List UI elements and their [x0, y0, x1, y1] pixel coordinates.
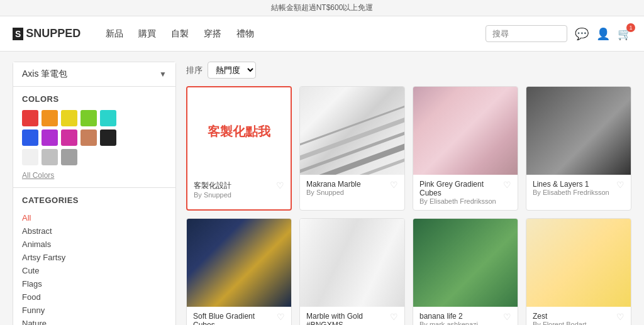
message-icon[interactable]: 💬 — [575, 27, 589, 41]
product-image-pink-cubes — [413, 87, 518, 175]
heart-icon[interactable]: ♡ — [616, 312, 625, 322]
categories-title: CATEGORIES — [22, 196, 167, 205]
product-content: 排序 熱門度 客製化點我 客製化設計 By Snupped ♡ Makrana … — [186, 62, 631, 325]
author-link[interactable]: Snupped — [316, 189, 344, 196]
product-text: Zest By Florent Bodart — [533, 312, 587, 325]
product-card-zest[interactable]: Zest By Florent Bodart ♡ — [526, 218, 631, 325]
header: S SNUPPED 新品 購買 自製 穿搭 禮物 💬 👤 🛒 1 — [0, 16, 644, 52]
sort-label: 排序 — [186, 65, 203, 76]
category-item-abstract[interactable]: Abstract — [22, 224, 167, 238]
author-link[interactable]: Elisabeth Fredriksson — [543, 189, 609, 196]
color-swatch-3[interactable] — [80, 110, 97, 126]
product-image-custom: 客製化點我 — [187, 87, 291, 175]
product-info: 客製化設計 By Snupped ♡ — [187, 175, 291, 204]
product-info: Marble with Gold #BNGXMS By RuiFaria ♡ — [300, 307, 404, 325]
author-link[interactable]: Snupped — [204, 191, 231, 199]
product-image-blue-cubes — [187, 219, 291, 307]
heart-icon[interactable]: ♡ — [390, 312, 398, 322]
nav-buy[interactable]: 購買 — [138, 28, 156, 40]
heart-icon[interactable]: ♡ — [503, 180, 511, 190]
color-swatch-6[interactable] — [42, 129, 58, 146]
author-link[interactable]: Florent Bodart — [543, 321, 587, 325]
product-card-lines-layers[interactable]: Lines & Layers 1 By Elisabeth Fredriksso… — [526, 86, 631, 211]
product-card-pink-grey[interactable]: Pink Grey Gradient Cubes By Elisabeth Fr… — [413, 86, 518, 211]
heart-icon[interactable]: ♡ — [276, 180, 284, 190]
banner-text: 結帳金額超過NT$600以上免運 — [271, 3, 374, 12]
product-text: 客製化設計 By Snupped — [194, 180, 231, 199]
product-info: Makrana Marble By Snupped ♡ — [300, 175, 404, 201]
product-card-custom[interactable]: 客製化點我 客製化設計 By Snupped ♡ — [186, 86, 292, 211]
color-swatch-4[interactable] — [100, 110, 116, 126]
nav-wear[interactable]: 穿搭 — [204, 28, 221, 40]
product-card-banana[interactable]: banana life 2 By mark ashkenazi ♡ — [413, 218, 518, 325]
color-swatch-2[interactable] — [61, 110, 77, 126]
author-link[interactable]: Elisabeth Fredriksson — [430, 197, 496, 205]
search-input[interactable] — [486, 25, 567, 42]
category-item-food[interactable]: Food — [22, 290, 167, 304]
dropdown-label: Axis 筆電包 — [22, 69, 67, 80]
heart-icon[interactable]: ♡ — [503, 312, 511, 322]
user-icon[interactable]: 👤 — [596, 27, 610, 41]
nav-gift[interactable]: 禮物 — [236, 28, 254, 40]
product-name: Pink Grey Gradient Cubes — [419, 180, 503, 197]
category-item-artsy-fartsy[interactable]: Artsy Fartsy — [22, 251, 167, 264]
product-author: By Florent Bodart — [533, 321, 587, 325]
color-swatch-10[interactable] — [22, 149, 38, 165]
product-author: By Snupped — [194, 191, 231, 199]
color-swatch-11[interactable] — [42, 149, 58, 165]
category-item-cute[interactable]: Cute — [22, 264, 167, 277]
product-info: Zest By Florent Bodart ♡ — [526, 307, 631, 325]
color-grid — [22, 110, 167, 165]
product-card-soft-blue[interactable]: Soft Blue Gradient Cubes By Elisabeth Fr… — [186, 218, 292, 325]
color-swatch-7[interactable] — [61, 129, 77, 146]
color-swatch-9[interactable] — [100, 129, 116, 146]
product-name: banana life 2 — [419, 312, 478, 321]
product-info: Soft Blue Gradient Cubes By Elisabeth Fr… — [187, 307, 291, 325]
product-name: 客製化設計 — [194, 180, 231, 191]
product-image-dark-lines — [526, 87, 631, 175]
product-card-marble-gold[interactable]: Marble with Gold #BNGXMS By RuiFaria ♡ — [299, 218, 405, 325]
category-item-all[interactable]: All — [22, 211, 167, 224]
product-text: Makrana Marble By Snupped — [306, 180, 361, 196]
category-item-flags[interactable]: Flags — [22, 277, 167, 290]
color-swatch-5[interactable] — [22, 129, 38, 146]
category-item-animals[interactable]: Animals — [22, 238, 167, 251]
product-name: Makrana Marble — [306, 180, 361, 189]
product-name: Lines & Layers 1 — [533, 180, 609, 189]
product-info: Lines & Layers 1 By Elisabeth Fredriksso… — [526, 175, 631, 201]
product-card-makrana[interactable]: Makrana Marble By Snupped ♡ — [299, 86, 405, 211]
color-swatch-1[interactable] — [42, 110, 58, 126]
product-image-marble — [300, 87, 404, 175]
all-colors-link[interactable]: All Colors — [22, 171, 54, 180]
product-author: By Snupped — [306, 189, 361, 196]
color-swatch-8[interactable] — [80, 129, 97, 146]
product-text: banana life 2 By mark ashkenazi — [419, 312, 478, 325]
product-grid: 客製化點我 客製化設計 By Snupped ♡ Makrana Marble … — [186, 86, 631, 325]
nav-new[interactable]: 新品 — [106, 28, 123, 40]
color-swatch-12[interactable] — [61, 149, 77, 165]
heart-icon[interactable]: ♡ — [277, 312, 285, 322]
heart-icon[interactable]: ♡ — [390, 180, 398, 190]
categories-section: CATEGORIES AllAbstractAnimalsArtsy Farts… — [13, 188, 175, 325]
category-item-funny[interactable]: Funny — [22, 304, 167, 317]
heart-icon[interactable]: ♡ — [616, 180, 625, 190]
product-image-white-marble — [300, 219, 404, 307]
product-text: Soft Blue Gradient Cubes By Elisabeth Fr… — [193, 312, 277, 325]
nav-custom[interactable]: 自製 — [171, 28, 189, 40]
product-type-dropdown[interactable]: Axis 筆電包 ▼ — [13, 62, 175, 87]
product-info: banana life 2 By mark ashkenazi ♡ — [413, 307, 518, 325]
header-actions: 💬 👤 🛒 1 — [486, 25, 631, 42]
logo[interactable]: S SNUPPED — [13, 27, 80, 40]
color-swatch-0[interactable] — [22, 110, 38, 126]
product-author: By Elisabeth Fredriksson — [533, 189, 609, 196]
author-link[interactable]: mark ashkenazi — [430, 321, 478, 325]
category-item-nature[interactable]: Nature — [22, 317, 167, 325]
sort-select[interactable]: 熱門度 — [208, 62, 256, 79]
colors-section: COLORS All Colors — [13, 87, 175, 188]
product-image-zest — [526, 219, 631, 307]
sort-bar: 排序 熱門度 — [186, 62, 631, 79]
product-name: Marble with Gold #BNGXMS — [306, 312, 390, 325]
chevron-down-icon: ▼ — [159, 70, 167, 79]
logo-icon: S — [13, 28, 23, 40]
product-text: Pink Grey Gradient Cubes By Elisabeth Fr… — [419, 180, 503, 205]
